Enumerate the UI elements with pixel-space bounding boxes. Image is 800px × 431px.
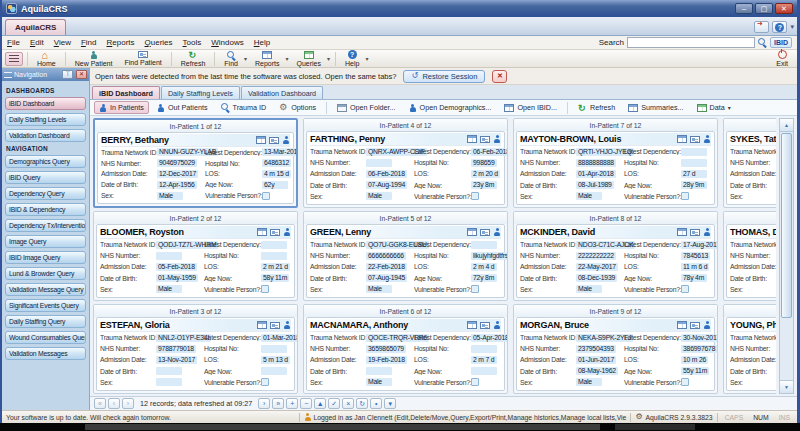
vulnerable-checkbox[interactable] [471, 192, 479, 200]
home-button[interactable]: Home [32, 51, 61, 67]
open-ibid-icon[interactable] [677, 228, 687, 236]
queries-button[interactable]: Queries [291, 51, 326, 67]
tab-validation-dashboard[interactable]: Validation Dashboard [241, 86, 323, 99]
sidebar-item[interactable]: Daily Staffing Query [5, 315, 86, 328]
restore-session-button[interactable]: Restore Session [403, 70, 485, 83]
open-folder-icon[interactable] [480, 136, 490, 143]
sidebar-item[interactable]: Significant Events Query [5, 299, 86, 312]
record-nav-button[interactable]: ▲ [314, 398, 326, 409]
vertical-scrollbar[interactable] [779, 118, 794, 394]
patient-card[interactable]: THOMAS, Debor Trauma Network ID: [726, 224, 776, 298]
find-button[interactable]: Find [219, 51, 243, 67]
open-demographics-button[interactable]: Open Demographics... [404, 101, 497, 114]
session-refresh-button[interactable] [754, 21, 769, 33]
patient-card[interactable]: GREEN, Lenny Trauma Network ID: [306, 224, 505, 298]
sidebar-item[interactable]: iBID Query [5, 171, 86, 184]
help-menu-button[interactable]: Help [340, 51, 364, 67]
open-ibid-icon[interactable] [257, 321, 267, 329]
find-patient-button[interactable]: Find Patient [119, 51, 166, 67]
open-folder-icon[interactable] [690, 322, 700, 329]
open-demographics-icon[interactable] [493, 135, 501, 143]
open-folder-icon[interactable] [690, 136, 700, 143]
refresh-button[interactable]: Refresh [176, 51, 211, 67]
sidebar-item[interactable]: iBID Dashboard [5, 97, 86, 110]
chevron-down-icon[interactable]: ▾ [285, 55, 288, 62]
open-ibid-icon[interactable] [677, 321, 687, 329]
sidebar-item[interactable]: Dependency Query [5, 187, 86, 200]
menu-item[interactable]: View [54, 38, 71, 47]
record-nav-button[interactable]: « [94, 398, 106, 409]
chevron-down-icon[interactable]: ▾ [790, 23, 794, 31]
open-ibid-icon[interactable] [467, 135, 477, 143]
open-ibid-icon[interactable] [677, 135, 687, 143]
record-nav-button[interactable]: ‹ [108, 398, 120, 409]
close-button[interactable] [775, 3, 793, 14]
refresh-data-button[interactable]: Refresh [573, 101, 620, 114]
open-folder-icon[interactable] [480, 229, 490, 236]
sidebar-item[interactable]: Wound Consumables Query [5, 331, 86, 344]
sidebar-item[interactable]: Validation Message Query [5, 283, 86, 296]
out-patients-button[interactable]: Out Patients [152, 101, 213, 114]
record-nav-button[interactable]: + [286, 398, 298, 409]
new-patient-button[interactable]: New Patient [70, 51, 118, 67]
open-ibid-icon[interactable] [256, 136, 266, 144]
record-nav-button[interactable]: ✓ [328, 398, 340, 409]
open-demographics-icon[interactable] [703, 228, 711, 236]
sidebar-item[interactable]: Demographics Query [5, 155, 86, 168]
scroll-down-icon[interactable] [780, 380, 793, 393]
menu-item[interactable]: Find [81, 38, 97, 47]
vulnerable-checkbox[interactable] [261, 285, 269, 293]
exit-button[interactable]: Exit [770, 50, 794, 67]
chevron-down-icon[interactable]: ▾ [244, 55, 247, 62]
open-folder-icon[interactable] [270, 229, 280, 236]
restore-button[interactable] [755, 3, 773, 14]
scroll-up-icon[interactable] [780, 119, 793, 132]
sidebar-item[interactable]: Validation Messages [5, 347, 86, 360]
options-button[interactable]: Options [274, 101, 321, 114]
in-patients-button[interactable]: In Patients [94, 101, 149, 114]
open-folder-icon[interactable] [269, 137, 279, 144]
sidebar-item[interactable]: Daily Staffing Levels [5, 113, 86, 126]
search-icon[interactable] [758, 38, 767, 47]
patient-card[interactable]: BLOOMER, Royston Trauma Network ID: [96, 224, 295, 298]
menu-item[interactable]: Edit [30, 38, 44, 47]
menu-item[interactable]: File [7, 38, 20, 47]
open-ibid-button[interactable]: Open IBID... [499, 101, 562, 114]
minimize-button[interactable] [735, 3, 753, 14]
open-folder-icon[interactable] [270, 322, 280, 329]
sidebar-item[interactable]: IBID & Dependency [5, 203, 86, 216]
chevron-down-icon[interactable]: ▾ [365, 55, 368, 62]
vulnerable-checkbox[interactable] [262, 192, 270, 200]
trauma-id-button[interactable]: Trauma ID [216, 101, 272, 114]
ibid-button[interactable]: IBID [770, 37, 792, 48]
open-demographics-icon[interactable] [493, 228, 501, 236]
dismiss-banner-button[interactable] [492, 70, 507, 83]
scrollbar-thumb[interactable] [781, 133, 792, 318]
tab-daily-staffing-levels[interactable]: Daily Staffing Levels [161, 86, 240, 99]
open-folder-icon[interactable] [480, 322, 490, 329]
sidebar-item[interactable]: Validation Dashboard [5, 129, 86, 142]
patient-card[interactable]: MCKINDER, David Trauma Network ID: [516, 224, 715, 298]
vulnerable-checkbox[interactable] [681, 192, 689, 200]
sidebar-item[interactable]: Lund & Browder Query [5, 267, 86, 280]
data-button[interactable]: Data ▾ [692, 101, 736, 114]
chevron-down-icon[interactable]: ▾ [327, 55, 330, 62]
menu-item[interactable]: Reports [107, 38, 135, 47]
patient-card[interactable]: SYKES, Tatton Trauma Network ID: [726, 131, 776, 205]
menu-item[interactable]: Queries [145, 38, 173, 47]
menu-toggle-button[interactable] [5, 52, 23, 66]
help-button[interactable] [772, 21, 787, 33]
open-ibid-icon[interactable] [257, 228, 267, 236]
vulnerable-checkbox[interactable] [681, 285, 689, 293]
vulnerable-checkbox[interactable] [471, 285, 479, 293]
menu-item[interactable]: Tools [183, 38, 202, 47]
menu-item[interactable]: Help [254, 38, 270, 47]
open-demographics-icon[interactable] [493, 321, 501, 329]
patient-card[interactable]: MORGAN, Bruce Trauma Network ID: [516, 317, 715, 391]
record-nav-button[interactable]: ↻ [356, 398, 368, 409]
open-ibid-icon[interactable] [467, 228, 477, 236]
open-folder-icon[interactable] [690, 229, 700, 236]
close-icon[interactable] [76, 70, 87, 79]
open-demographics-icon[interactable] [703, 321, 711, 329]
patient-card[interactable]: FARTHING, Penny Trauma Network ID: [306, 131, 505, 205]
